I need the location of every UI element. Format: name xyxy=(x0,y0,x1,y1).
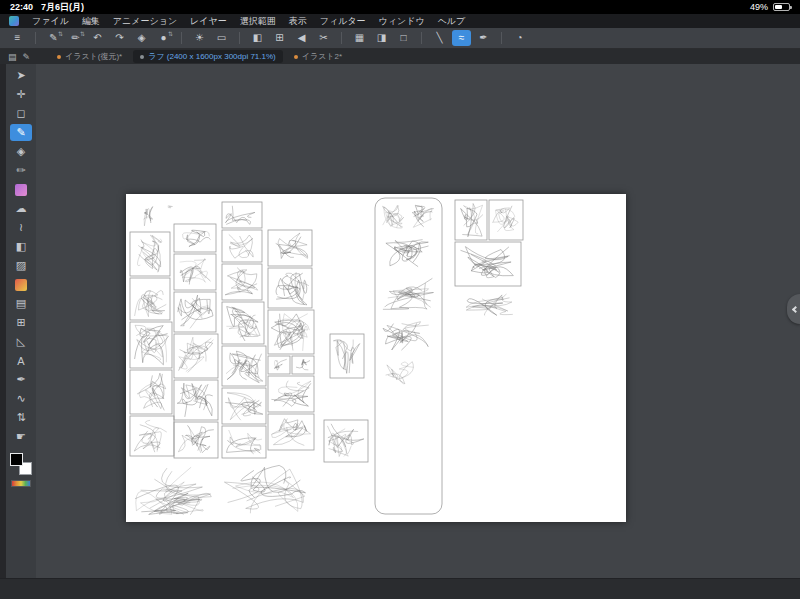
redo-icon[interactable]: ↷ xyxy=(110,30,129,46)
prev-frame-icon[interactable]: ◀ xyxy=(292,30,311,46)
layer-tool-icon[interactable]: ▤ xyxy=(10,295,32,312)
decoration-tool-chip xyxy=(15,184,27,196)
eraser-tool-icon[interactable]: ◈ xyxy=(10,143,32,160)
operation-tool-icon[interactable]: ➤ xyxy=(10,67,32,84)
menu-item-1[interactable]: 編集 xyxy=(82,15,100,28)
canvas-tab-0[interactable]: イラスト(復元)* xyxy=(50,50,129,63)
toggle-arrows-icon: ⇅ xyxy=(58,31,63,37)
select-rect-icon[interactable]: ▭ xyxy=(212,30,231,46)
ruler-snap-icon[interactable]: ◨ xyxy=(372,30,391,46)
menu-item-0[interactable]: ファイル xyxy=(32,15,69,28)
settings-icon[interactable]: ☀ xyxy=(190,30,209,46)
pencil-tool-icon[interactable]: ✏ xyxy=(10,162,32,179)
decoration-tool-icon[interactable] xyxy=(10,181,32,198)
move-layer-tool-icon[interactable]: ✛ xyxy=(10,86,32,103)
airbrush-tool-icon[interactable]: ☁ xyxy=(10,200,32,217)
timelapse-icon[interactable]: ◔ xyxy=(510,30,529,46)
tool-switcher-icon[interactable]: ✎⇅ xyxy=(44,30,63,46)
toolbar-divider xyxy=(181,32,182,44)
menu-item-7[interactable]: ウィンドウ xyxy=(379,15,425,28)
text-tool-icon[interactable]: A xyxy=(10,352,32,369)
menu-item-5[interactable]: 表示 xyxy=(289,15,307,28)
status-date: 7月6日(月) xyxy=(41,1,84,14)
battery-percent: 49% xyxy=(750,2,768,12)
selection-tool-icon[interactable]: ◻ xyxy=(10,105,32,122)
tab-status-dot xyxy=(294,55,298,59)
toggle-arrows-icon: ⇅ xyxy=(80,31,85,37)
color-history-strip[interactable] xyxy=(11,480,31,487)
palette-edit-icon[interactable]: ✎ xyxy=(23,52,31,62)
fill-tool-icon[interactable]: ◧ xyxy=(10,238,32,255)
battery-icon xyxy=(773,3,790,11)
tab-label: イラスト(復元)* xyxy=(65,51,122,62)
frame-border-icon[interactable]: ⊞ xyxy=(270,30,289,46)
smoothing-icon[interactable]: ≈ xyxy=(452,30,471,46)
menu-bar: ファイル編集アニメーションレイヤー選択範囲表示フィルターウィンドウヘルプ xyxy=(0,14,800,28)
tool-palette-header: ▤✎ xyxy=(4,52,46,62)
tab-status-dot xyxy=(140,55,144,59)
eraser-clear-icon[interactable]: ◈ xyxy=(132,30,151,46)
canvas-tabs: イラスト(復元)*ラフ (2400 x 1600px 300dpi 71.1%)… xyxy=(50,50,349,63)
toolbar-divider xyxy=(421,32,422,44)
toolbar-divider xyxy=(341,32,342,44)
bottom-bar xyxy=(0,578,800,599)
workspace: ➤✛◻✎◈✏☁≀◧▨▤⊞◺A✒∿⇅☛ xyxy=(0,64,800,578)
menu-item-4[interactable]: 選択範囲 xyxy=(240,15,276,28)
figure-tool-chip xyxy=(15,279,27,291)
canvas-viewport[interactable] xyxy=(36,64,800,578)
main-menu-icon[interactable]: ≡ xyxy=(8,30,27,46)
toolbar-divider xyxy=(35,32,36,44)
palette-expand-handle[interactable] xyxy=(787,294,800,324)
foreground-color-swatch[interactable] xyxy=(10,453,23,466)
menu-item-3[interactable]: レイヤー xyxy=(190,15,227,28)
canvas-tab-1[interactable]: ラフ (2400 x 1600px 300dpi 71.1%) xyxy=(133,50,283,63)
cut-icon[interactable]: ✂ xyxy=(314,30,333,46)
pen-tool-icon[interactable]: ✎ xyxy=(10,124,32,141)
palette-menu-icon[interactable]: ▤ xyxy=(8,52,17,62)
rough-sketch-artwork xyxy=(126,194,626,522)
figure-tool-icon[interactable] xyxy=(10,276,32,293)
menu-item-6[interactable]: フィルター xyxy=(320,15,366,28)
clip-studio-paint-icon[interactable] xyxy=(9,16,19,26)
status-time: 22:40 xyxy=(10,2,33,12)
toolbar-divider xyxy=(501,32,502,44)
frame-border-tool-icon[interactable]: ⊞ xyxy=(10,314,32,331)
chevron-left-icon xyxy=(791,305,798,312)
special-ruler-snap-icon[interactable]: □ xyxy=(394,30,413,46)
tool-palette: ➤✛◻✎◈✏☁≀◧▨▤⊞◺A✒∿⇅☛ xyxy=(6,64,36,578)
menu-item-8[interactable]: ヘルプ xyxy=(438,15,466,28)
document-canvas[interactable] xyxy=(126,194,626,522)
undo-icon[interactable]: ↶ xyxy=(88,30,107,46)
brush-size-icon[interactable]: ●⇅ xyxy=(154,30,173,46)
line-correct-tool-icon[interactable]: ∿ xyxy=(10,390,32,407)
tab-label: イラスト2* xyxy=(302,51,342,62)
toggle-arrows-icon: ⇅ xyxy=(168,31,173,37)
tab-status-dot xyxy=(57,55,61,59)
tab-label: ラフ (2400 x 1600px 300dpi 71.1%) xyxy=(148,51,276,62)
fill-icon[interactable]: ◧ xyxy=(248,30,267,46)
hand-tool-icon[interactable]: ☛ xyxy=(10,428,32,445)
blend-tool-icon[interactable]: ≀ xyxy=(10,219,32,236)
balloon-tool-icon[interactable]: ✒ xyxy=(10,371,32,388)
vector-pen-icon[interactable]: ✒ xyxy=(474,30,493,46)
toolbar-divider xyxy=(239,32,240,44)
color-swatches[interactable] xyxy=(10,453,32,475)
ipad-status-bar: 22:40 7月6日(月) 49% xyxy=(0,0,800,14)
menu-items: ファイル編集アニメーションレイヤー選択範囲表示フィルターウィンドウヘルプ xyxy=(32,15,465,28)
ruler-tool-icon[interactable]: ◺ xyxy=(10,333,32,350)
menu-item-2[interactable]: アニメーション xyxy=(113,15,177,28)
canvas-tab-2[interactable]: イラスト2* xyxy=(287,50,349,63)
command-bar: ≡✎⇅✏⇅↶↷◈●⇅☀▭◧⊞◀✂▦◨□╲≈✒◔ xyxy=(0,28,800,49)
gradient-tool-icon[interactable]: ▨ xyxy=(10,257,32,274)
line-correction-icon[interactable]: ╲ xyxy=(430,30,449,46)
grid-snap-icon[interactable]: ▦ xyxy=(350,30,369,46)
tab-bar: ▤✎ イラスト(復元)*ラフ (2400 x 1600px 300dpi 71.… xyxy=(0,49,800,64)
operation2-tool-icon[interactable]: ⇅ xyxy=(10,409,32,426)
sub-tool-switcher-icon[interactable]: ✏⇅ xyxy=(66,30,85,46)
